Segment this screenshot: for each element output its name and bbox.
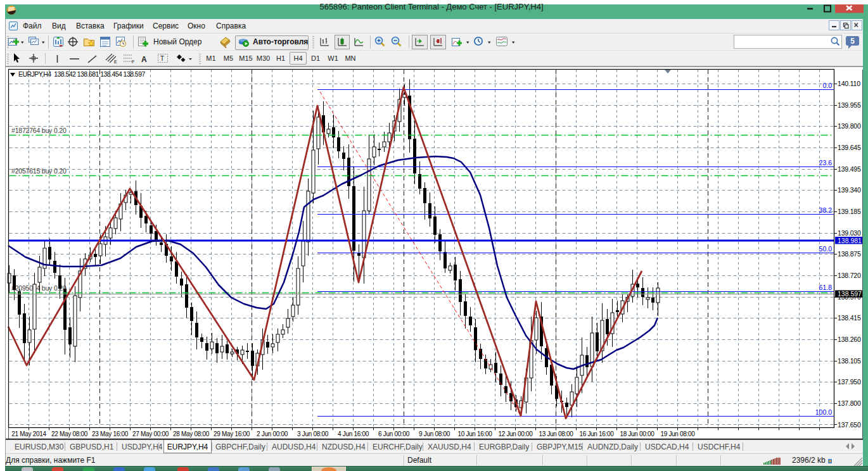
svg-text:16 Jun 16:00: 16 Jun 16:00 <box>579 430 614 437</box>
svg-text:138.981: 138.981 <box>838 237 862 244</box>
svg-text:140.110: 140.110 <box>838 80 860 87</box>
svg-text:139.030: 139.030 <box>838 229 861 237</box>
svg-text:139.185: 139.185 <box>838 208 861 215</box>
svg-text:38.2: 38.2 <box>819 206 833 214</box>
svg-text:10 Jun 16:00: 10 Jun 16:00 <box>457 430 492 437</box>
svg-text:138.105: 138.105 <box>838 357 861 365</box>
svg-text:19 Jun 08:00: 19 Jun 08:00 <box>660 430 695 437</box>
svg-text:9 Jun 08:00: 9 Jun 08:00 <box>419 430 450 437</box>
svg-text:#2095044 buy 0.20: #2095044 buy 0.20 <box>11 284 67 292</box>
svg-text:13 Jun 08:00: 13 Jun 08:00 <box>539 430 573 437</box>
svg-text:0.0: 0.0 <box>822 82 832 89</box>
svg-text:28 May 08:00: 28 May 08:00 <box>173 430 210 437</box>
svg-text:138.260: 138.260 <box>838 336 861 343</box>
svg-text:138.875: 138.875 <box>838 250 861 258</box>
svg-text:#1872764 buy 0.20: #1872764 buy 0.20 <box>11 127 67 134</box>
svg-text:138.597: 138.597 <box>838 290 862 298</box>
svg-text:EURJPY,H4 138.542 138.681 138: EURJPY,H4 138.542 138.681 138.454 138.59… <box>18 70 145 78</box>
svg-text:29 May 16:00: 29 May 16:00 <box>214 430 250 437</box>
svg-text:23 May 16:00: 23 May 16:00 <box>92 430 129 437</box>
svg-text:138.720: 138.720 <box>838 272 861 279</box>
svg-text:27 May 00:00: 27 May 00:00 <box>132 430 169 437</box>
svg-text:139.495: 139.495 <box>838 165 861 173</box>
svg-text:21 May 2014: 21 May 2014 <box>11 430 46 437</box>
svg-text:#2057615 buy 0.20: #2057615 buy 0.20 <box>11 167 67 175</box>
svg-text:12 Jun 00:00: 12 Jun 00:00 <box>498 430 533 437</box>
svg-text:22 May 08:00: 22 May 08:00 <box>51 430 88 437</box>
svg-text:100.0: 100.0 <box>815 408 832 416</box>
svg-text:138.415: 138.415 <box>838 314 861 322</box>
svg-text:137.950: 137.950 <box>838 378 861 386</box>
svg-text:139.800: 139.800 <box>838 122 861 130</box>
svg-text:139.645: 139.645 <box>838 144 861 151</box>
svg-text:61.8: 61.8 <box>819 284 833 291</box>
svg-text:137.800: 137.800 <box>838 399 861 407</box>
svg-text:4 Jun 16:00: 4 Jun 16:00 <box>338 430 369 437</box>
svg-text:23.6: 23.6 <box>819 159 833 166</box>
svg-text:137.650: 137.650 <box>838 421 861 429</box>
svg-text:18 Jun 00:00: 18 Jun 00:00 <box>620 430 654 437</box>
svg-text:50.0: 50.0 <box>819 245 833 253</box>
svg-text:6 Jun 00:00: 6 Jun 00:00 <box>378 430 410 437</box>
svg-text:2 Jun 00:00: 2 Jun 00:00 <box>257 430 288 437</box>
svg-text:3 Jun 08:00: 3 Jun 08:00 <box>297 430 329 437</box>
svg-text:139.340: 139.340 <box>838 186 861 194</box>
svg-text:139.955: 139.955 <box>838 101 861 109</box>
